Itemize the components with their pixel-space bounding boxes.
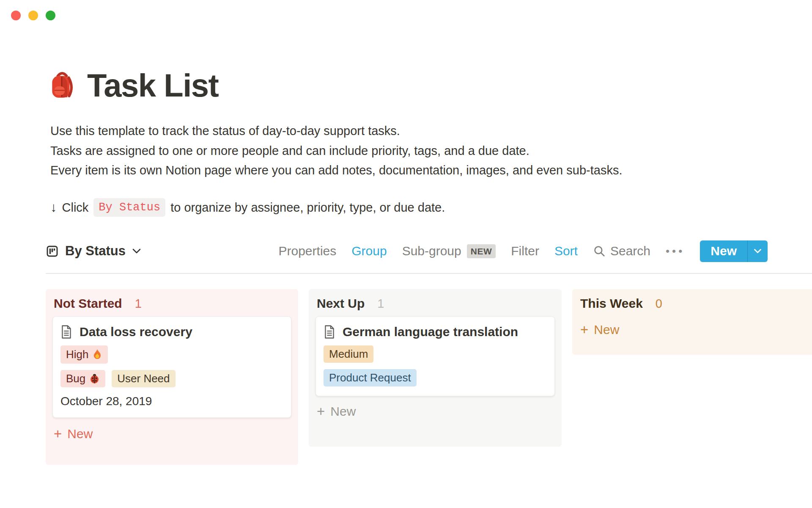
type-tag-bug: Bug bbox=[60, 370, 105, 387]
description-line: Tasks are assigned to one or more people… bbox=[50, 141, 685, 161]
column-header[interactable]: Next Up 1 bbox=[309, 289, 562, 316]
toolbar-divider bbox=[46, 273, 812, 274]
page-icon bbox=[60, 325, 72, 339]
tag-label: High bbox=[66, 349, 88, 360]
column-this-week: This Week 0 + New bbox=[572, 289, 812, 355]
new-item-dropdown-button[interactable] bbox=[747, 240, 768, 262]
filter-button[interactable]: Filter bbox=[511, 244, 539, 258]
down-arrow-icon: ↓ bbox=[50, 200, 57, 215]
add-card-button[interactable]: + New bbox=[46, 419, 298, 449]
window-controls bbox=[11, 11, 55, 20]
tag-label: Bug bbox=[66, 373, 85, 384]
description-line: Use this template to track the status of… bbox=[50, 121, 685, 141]
column-title: Next Up bbox=[317, 296, 365, 311]
kanban-board: Not Started 1 Data loss recovery bbox=[46, 289, 812, 465]
notion-window: Task List Use this template to track the… bbox=[0, 0, 812, 508]
by-status-code-chip: By Status bbox=[93, 198, 165, 217]
minimize-window-button[interactable] bbox=[28, 11, 38, 20]
type-tag-user-need: User Need bbox=[112, 370, 175, 387]
page-header: Task List bbox=[48, 67, 218, 104]
plus-icon: + bbox=[54, 427, 62, 441]
properties-button[interactable]: Properties bbox=[279, 244, 337, 258]
search-button[interactable]: Search bbox=[593, 244, 650, 258]
page-icon bbox=[324, 325, 335, 339]
subgroup-button[interactable]: Sub-group NEW bbox=[402, 244, 496, 258]
column-count: 0 bbox=[656, 297, 662, 311]
new-item-split-button: New bbox=[700, 240, 768, 262]
task-title: Data loss recovery bbox=[80, 325, 192, 339]
task-title: German language translation bbox=[343, 325, 518, 339]
view-name: By Status bbox=[65, 243, 126, 259]
tag-label: Medium bbox=[329, 348, 368, 359]
column-count: 1 bbox=[135, 297, 142, 311]
column-next-up: Next Up 1 German language translation bbox=[309, 289, 562, 447]
task-card[interactable]: Data loss recovery High Bug bbox=[52, 316, 291, 418]
toolbar-actions: Properties Group Sub-group NEW Filter So… bbox=[279, 240, 768, 262]
backpack-emoji-icon bbox=[48, 71, 76, 100]
add-card-button[interactable]: + New bbox=[309, 396, 562, 427]
plus-icon: + bbox=[317, 404, 325, 418]
sort-button[interactable]: Sort bbox=[554, 244, 578, 258]
tag-label: Product Request bbox=[329, 372, 411, 383]
column-header[interactable]: This Week 0 bbox=[572, 289, 812, 316]
board-view-icon bbox=[46, 245, 59, 258]
priority-tag-high: High bbox=[60, 345, 108, 364]
fire-emoji-icon bbox=[92, 348, 102, 360]
type-tag-product-request: Product Request bbox=[324, 369, 417, 387]
ladybug-emoji-icon bbox=[89, 373, 100, 384]
more-options-button[interactable]: ••• bbox=[666, 245, 685, 258]
page-description: Use this template to track the status of… bbox=[50, 121, 685, 180]
search-label: Search bbox=[610, 244, 650, 258]
zoom-window-button[interactable] bbox=[46, 11, 55, 20]
add-card-label: New bbox=[594, 323, 619, 337]
view-toolbar: By Status Properties Group Sub-group NEW… bbox=[46, 240, 768, 262]
subgroup-label: Sub-group bbox=[402, 244, 461, 258]
column-title: This Week bbox=[580, 296, 643, 311]
group-button[interactable]: Group bbox=[351, 244, 387, 258]
add-card-label: New bbox=[330, 404, 356, 419]
chevron-down-icon bbox=[132, 248, 141, 254]
chevron-down-icon bbox=[754, 248, 762, 254]
hint-suffix: to organize by assignee, priority, type,… bbox=[170, 201, 445, 215]
add-card-label: New bbox=[67, 427, 93, 441]
task-card[interactable]: German language translation Medium Produ… bbox=[315, 316, 555, 396]
close-window-button[interactable] bbox=[11, 11, 21, 20]
hint-prefix: Click bbox=[62, 201, 89, 215]
view-switcher[interactable]: By Status bbox=[46, 243, 141, 259]
add-card-button[interactable]: + New bbox=[572, 315, 812, 345]
hint-line: ↓ Click By Status to organize by assigne… bbox=[50, 198, 445, 217]
new-item-button[interactable]: New bbox=[700, 240, 747, 262]
column-count: 1 bbox=[377, 297, 384, 311]
due-date: October 28, 2019 bbox=[60, 395, 283, 408]
priority-tag-medium: Medium bbox=[324, 345, 373, 363]
column-title: Not Started bbox=[54, 296, 122, 311]
search-icon bbox=[593, 245, 606, 257]
column-header[interactable]: Not Started 1 bbox=[46, 289, 298, 316]
page-title: Task List bbox=[87, 67, 218, 104]
plus-icon: + bbox=[580, 323, 588, 337]
description-line: Every item is its own Notion page where … bbox=[50, 160, 685, 180]
tag-label: User Need bbox=[117, 373, 170, 384]
column-not-started: Not Started 1 Data loss recovery bbox=[46, 289, 298, 465]
new-feature-badge: NEW bbox=[467, 244, 496, 258]
